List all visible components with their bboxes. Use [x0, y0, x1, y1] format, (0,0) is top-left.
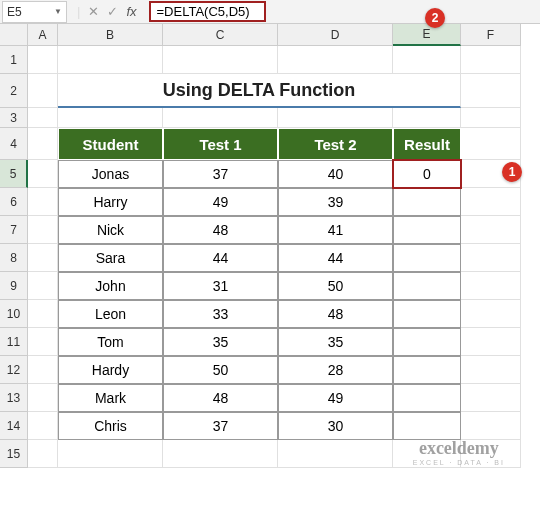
test1-cell[interactable]: 48: [163, 216, 278, 244]
row-head-10[interactable]: 10: [0, 300, 28, 328]
result-cell[interactable]: [393, 300, 461, 328]
title-cell[interactable]: Using DELTA Function: [58, 74, 461, 108]
cell[interactable]: [461, 188, 521, 216]
row-head-8[interactable]: 8: [0, 244, 28, 272]
row-head-6[interactable]: 6: [0, 188, 28, 216]
cell[interactable]: [461, 356, 521, 384]
cell[interactable]: [163, 440, 278, 468]
row-head-5[interactable]: 5: [0, 160, 28, 188]
result-cell[interactable]: [393, 244, 461, 272]
cell[interactable]: [28, 188, 58, 216]
cancel-icon[interactable]: ✕: [88, 4, 99, 19]
row-head-15[interactable]: 15: [0, 440, 28, 468]
name-box[interactable]: E5 ▼: [2, 1, 67, 23]
row-head-11[interactable]: 11: [0, 328, 28, 356]
test2-cell[interactable]: 41: [278, 216, 393, 244]
formula-input[interactable]: =DELTA(C5,D5): [149, 1, 266, 22]
student-cell[interactable]: Chris: [58, 412, 163, 440]
cell[interactable]: [461, 300, 521, 328]
result-cell[interactable]: [393, 216, 461, 244]
row-head-13[interactable]: 13: [0, 384, 28, 412]
cell[interactable]: [28, 412, 58, 440]
confirm-icon[interactable]: ✓: [107, 4, 118, 19]
cell[interactable]: [461, 412, 521, 440]
row-head-1[interactable]: 1: [0, 46, 28, 74]
test1-cell[interactable]: 50: [163, 356, 278, 384]
cell[interactable]: [461, 244, 521, 272]
cell[interactable]: [28, 216, 58, 244]
test2-cell[interactable]: 44: [278, 244, 393, 272]
result-cell[interactable]: [393, 412, 461, 440]
row-head-4[interactable]: 4: [0, 128, 28, 160]
cell[interactable]: [461, 128, 521, 160]
result-cell[interactable]: [393, 328, 461, 356]
cell[interactable]: [278, 440, 393, 468]
cell[interactable]: [58, 108, 163, 128]
cell[interactable]: [461, 108, 521, 128]
cell[interactable]: [28, 74, 58, 108]
row-head-7[interactable]: 7: [0, 216, 28, 244]
row-head-3[interactable]: 3: [0, 108, 28, 128]
test1-cell[interactable]: 31: [163, 272, 278, 300]
test2-cell[interactable]: 39: [278, 188, 393, 216]
test1-cell[interactable]: 37: [163, 412, 278, 440]
select-all-corner[interactable]: [0, 24, 28, 46]
test2-cell[interactable]: 30: [278, 412, 393, 440]
student-cell[interactable]: John: [58, 272, 163, 300]
row-head-2[interactable]: 2: [0, 74, 28, 108]
test1-cell[interactable]: 49: [163, 188, 278, 216]
header-test1[interactable]: Test 1: [163, 128, 278, 160]
col-head-e[interactable]: E: [393, 24, 461, 46]
test2-cell[interactable]: 49: [278, 384, 393, 412]
cell[interactable]: [58, 440, 163, 468]
cell[interactable]: [28, 356, 58, 384]
row-head-14[interactable]: 14: [0, 412, 28, 440]
test2-cell[interactable]: 48: [278, 300, 393, 328]
test1-cell[interactable]: 44: [163, 244, 278, 272]
cell[interactable]: [461, 328, 521, 356]
col-head-d[interactable]: D: [278, 24, 393, 46]
cell[interactable]: [28, 300, 58, 328]
test1-cell[interactable]: 37: [163, 160, 278, 188]
cell[interactable]: [28, 328, 58, 356]
student-cell[interactable]: Nick: [58, 216, 163, 244]
cell[interactable]: [163, 46, 278, 74]
row-head-12[interactable]: 12: [0, 356, 28, 384]
cell[interactable]: [278, 108, 393, 128]
student-cell[interactable]: Tom: [58, 328, 163, 356]
col-head-a[interactable]: A: [28, 24, 58, 46]
cell[interactable]: [28, 384, 58, 412]
result-cell[interactable]: [393, 356, 461, 384]
cell[interactable]: [28, 128, 58, 160]
cell[interactable]: [28, 160, 58, 188]
cell[interactable]: [461, 216, 521, 244]
cell[interactable]: [28, 46, 58, 74]
test2-cell[interactable]: 40: [278, 160, 393, 188]
result-cell[interactable]: 0: [393, 160, 461, 188]
header-test2[interactable]: Test 2: [278, 128, 393, 160]
row-head-9[interactable]: 9: [0, 272, 28, 300]
cell[interactable]: [461, 74, 521, 108]
cell[interactable]: [278, 46, 393, 74]
header-result[interactable]: Result: [393, 128, 461, 160]
header-student[interactable]: Student: [58, 128, 163, 160]
test1-cell[interactable]: 33: [163, 300, 278, 328]
col-head-f[interactable]: F: [461, 24, 521, 46]
result-cell[interactable]: [393, 272, 461, 300]
student-cell[interactable]: Sara: [58, 244, 163, 272]
cell[interactable]: [163, 108, 278, 128]
cell[interactable]: [28, 244, 58, 272]
result-cell[interactable]: [393, 188, 461, 216]
cell[interactable]: [393, 46, 461, 74]
fx-icon[interactable]: fx: [126, 4, 136, 19]
student-cell[interactable]: Harry: [58, 188, 163, 216]
result-cell[interactable]: [393, 384, 461, 412]
test2-cell[interactable]: 28: [278, 356, 393, 384]
student-cell[interactable]: Hardy: [58, 356, 163, 384]
student-cell[interactable]: Mark: [58, 384, 163, 412]
test2-cell[interactable]: 50: [278, 272, 393, 300]
cell[interactable]: [461, 46, 521, 74]
cell[interactable]: [28, 108, 58, 128]
cell[interactable]: [58, 46, 163, 74]
student-cell[interactable]: Jonas: [58, 160, 163, 188]
